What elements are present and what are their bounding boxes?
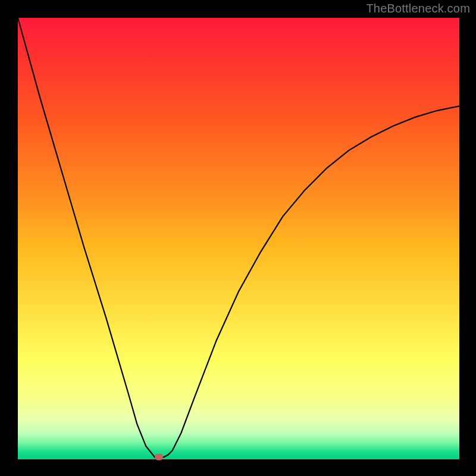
watermark-text: TheBottleneck.com: [366, 2, 470, 15]
curve-svg: [18, 18, 459, 459]
plot-area: [18, 18, 459, 459]
chart-container: TheBottleneck.com: [0, 0, 476, 476]
bottleneck-curve: [18, 18, 459, 457]
optimal-point-marker: [155, 454, 163, 461]
